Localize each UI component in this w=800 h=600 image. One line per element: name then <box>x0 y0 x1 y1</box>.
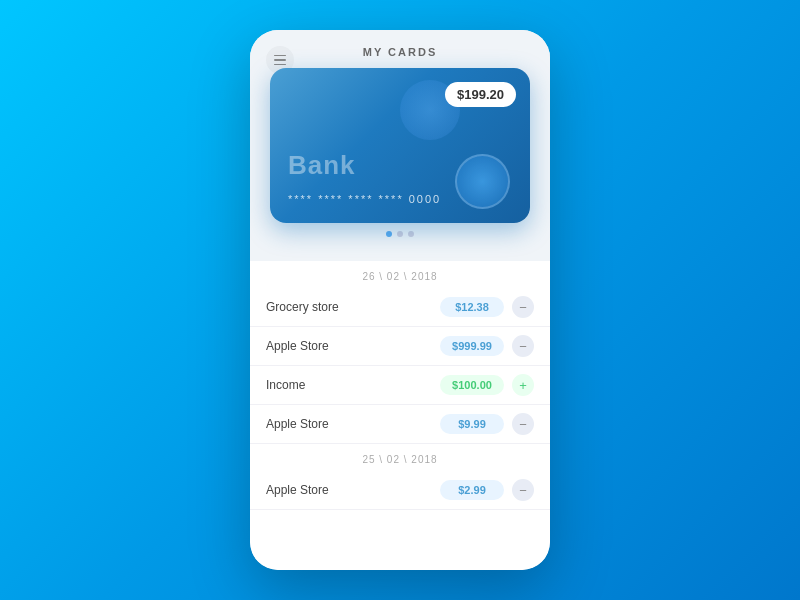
dot-2[interactable] <box>397 231 403 237</box>
date-group-2: 25 \ 02 \ 2018 Apple Store $2.99 − <box>250 444 550 510</box>
transaction-action-btn[interactable]: − <box>512 479 534 501</box>
card-dots-indicator <box>270 223 530 247</box>
transaction-name: Apple Store <box>266 483 432 497</box>
transactions-section: 26 \ 02 \ 2018 Grocery store $12.38 − Ap… <box>250 261 550 570</box>
amount-badge-income: $100.00 <box>440 375 504 395</box>
amount-badge: $999.99 <box>440 336 504 356</box>
card-section: $199.20 Bank **** **** **** **** 0000 <box>250 68 550 261</box>
date-group-1: 26 \ 02 \ 2018 Grocery store $12.38 − Ap… <box>250 261 550 444</box>
table-row: Income $100.00 + <box>250 366 550 405</box>
table-row: Apple Store $999.99 − <box>250 327 550 366</box>
card-circle-decoration <box>455 154 510 209</box>
transaction-name: Apple Store <box>266 339 432 353</box>
amount-badge: $2.99 <box>440 480 504 500</box>
phone-card: MY CARDS $199.20 Bank **** **** **** ***… <box>250 30 550 570</box>
credit-card[interactable]: $199.20 Bank **** **** **** **** 0000 <box>270 68 530 223</box>
date-label-1: 26 \ 02 \ 2018 <box>250 261 550 288</box>
amount-badge: $9.99 <box>440 414 504 434</box>
date-label-2: 25 \ 02 \ 2018 <box>250 444 550 471</box>
transaction-action-btn-plus[interactable]: + <box>512 374 534 396</box>
dot-3[interactable] <box>408 231 414 237</box>
transaction-name: Grocery store <box>266 300 432 314</box>
transaction-name: Apple Store <box>266 417 432 431</box>
table-row: Apple Store $9.99 − <box>250 405 550 444</box>
amount-badge: $12.38 <box>440 297 504 317</box>
transaction-action-btn[interactable]: − <box>512 296 534 318</box>
card-number: **** **** **** **** 0000 <box>288 193 441 205</box>
header: MY CARDS <box>250 30 550 68</box>
dot-1[interactable] <box>386 231 392 237</box>
page-title: MY CARDS <box>363 46 437 58</box>
transaction-action-btn[interactable]: − <box>512 413 534 435</box>
table-row: Apple Store $2.99 − <box>250 471 550 510</box>
card-balance: $199.20 <box>445 82 516 107</box>
table-row: Grocery store $12.38 − <box>250 288 550 327</box>
transaction-name: Income <box>266 378 432 392</box>
transaction-action-btn[interactable]: − <box>512 335 534 357</box>
card-bank-name: Bank <box>288 150 356 181</box>
